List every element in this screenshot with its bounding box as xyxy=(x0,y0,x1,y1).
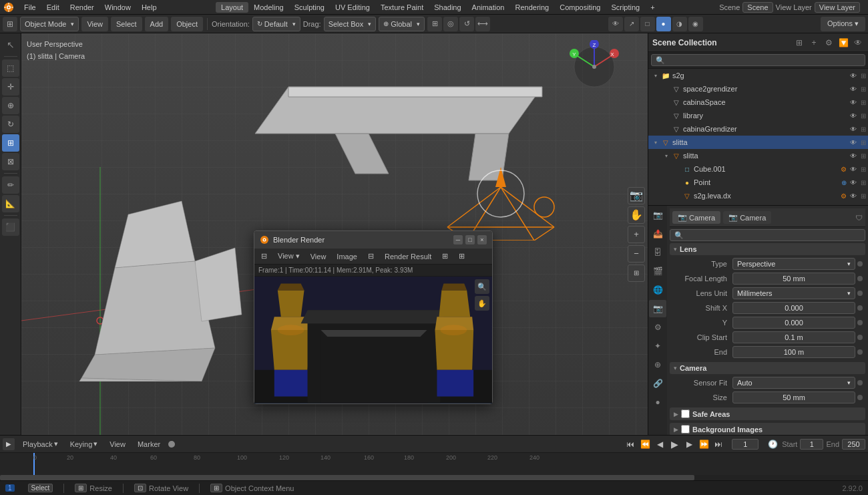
outliner-search-input[interactable] xyxy=(651,54,865,66)
tab-scripting[interactable]: Scripting xyxy=(606,2,645,13)
prop-tab-physics[interactable]: ⊕ xyxy=(649,356,666,373)
viewport-shade-solid[interactable]: ● xyxy=(656,17,671,31)
tab-uv-editing[interactable]: UV Editing xyxy=(330,2,375,13)
menu-file[interactable]: File xyxy=(19,2,41,13)
restrict-space2[interactable]: ⊞ xyxy=(859,84,868,94)
tab-animation[interactable]: Animation xyxy=(467,2,510,13)
tab-add[interactable]: + xyxy=(645,2,660,13)
render-popup-image-btn[interactable]: Image xyxy=(333,252,361,261)
render-popup-view-menu[interactable]: View ▾ xyxy=(274,251,304,261)
render-popup-close[interactable]: × xyxy=(477,235,487,244)
keying-menu[interactable]: Keying ▾ xyxy=(66,439,102,449)
clip-end-value[interactable]: 100 m xyxy=(732,346,855,358)
restrict-slitta[interactable]: ⊞ xyxy=(859,138,868,147)
marker-menu[interactable]: Marker xyxy=(134,440,164,449)
timeline-scrollbar[interactable] xyxy=(0,475,868,480)
eye-library[interactable]: 👁 xyxy=(848,110,859,121)
outliner-filter-icon[interactable]: ⊞ xyxy=(793,37,805,49)
select-menu[interactable]: Select xyxy=(111,17,142,31)
sensor-fit-dropdown[interactable]: Auto ▾ xyxy=(732,377,855,389)
restrict-cube001[interactable]: ⊞ xyxy=(859,164,868,174)
current-frame-field[interactable]: 1 xyxy=(732,439,758,450)
header-object-mode-icon[interactable]: ⊞ xyxy=(3,17,17,31)
next-keyframe-btn[interactable]: ⏩ xyxy=(697,438,710,451)
render-popup-pin-btn[interactable]: ⊞ xyxy=(438,251,452,261)
render-popup-minimize[interactable]: ─ xyxy=(453,235,463,244)
tool-move[interactable]: ⊕ xyxy=(2,97,19,114)
menu-window[interactable]: Window xyxy=(99,2,136,13)
prev-frame-btn[interactable]: ◀ xyxy=(653,438,666,451)
eye-cabina[interactable]: 👁 xyxy=(848,97,859,108)
cam-tab-camera2[interactable]: 📷 Camera xyxy=(723,211,771,224)
menu-render[interactable]: Render xyxy=(65,2,99,13)
render-popup-view-icon[interactable]: ⊟ xyxy=(257,251,271,261)
lens-section-header[interactable]: ▾ Lens xyxy=(670,243,865,255)
safe-areas-checkbox[interactable] xyxy=(681,409,690,418)
tab-texture-paint[interactable]: Texture Paint xyxy=(375,2,429,13)
tab-sculpting[interactable]: Sculpting xyxy=(289,2,330,13)
prop-tab-modifier[interactable]: ⚙ xyxy=(649,319,666,336)
mirror-icon[interactable]: ⟷ xyxy=(475,17,490,31)
restrict-point[interactable]: ⊞ xyxy=(859,178,868,187)
view-layer-selector[interactable]: View Layer xyxy=(815,2,860,13)
start-frame-field[interactable]: 1 xyxy=(800,439,823,450)
render-zoom-icon[interactable]: 🔍 xyxy=(475,279,489,294)
drag-dropdown[interactable]: Select Box ▾ xyxy=(324,17,377,31)
prop-tab-world[interactable]: 🌐 xyxy=(649,281,666,299)
proportional-edit-icon[interactable]: ◎ xyxy=(443,17,458,31)
render-popup-maximize[interactable]: □ xyxy=(465,235,475,244)
tool-annotate[interactable]: ✏ xyxy=(2,176,19,194)
tab-modeling[interactable]: Modeling xyxy=(248,2,289,13)
tool-select[interactable]: ⬚ xyxy=(2,59,19,77)
restrict-slitta-child[interactable]: ⊞ xyxy=(859,151,868,160)
shift-x-value[interactable]: 0.000 xyxy=(732,302,855,314)
outliner-view-icon[interactable]: 👁 xyxy=(852,37,864,49)
prop-tab-constraints[interactable]: 🔗 xyxy=(649,375,666,392)
options-button[interactable]: Options ▾ xyxy=(821,17,865,31)
blender-logo[interactable] xyxy=(3,1,15,13)
jump-end-btn[interactable]: ⏭ xyxy=(712,438,725,451)
next-frame-btn[interactable]: ▶ xyxy=(682,438,696,451)
tool-add-cube[interactable]: ⬛ xyxy=(2,218,19,236)
restrict-library[interactable]: ⊞ xyxy=(859,111,868,120)
zoom-camera-btn[interactable]: 📷 xyxy=(628,187,645,204)
playback-menu[interactable]: Playback ▾ xyxy=(19,439,62,449)
tree-item-point[interactable]: ● Point ⊕ 👁 ⊞ xyxy=(648,176,868,189)
tree-item-s2gleva-dx[interactable]: ▽ s2g.leva.dx ⚙ 👁 ⊞ xyxy=(648,189,868,202)
shift-y-value[interactable]: 0.000 xyxy=(732,317,855,329)
viewport-shade-wireframe[interactable]: □ xyxy=(640,17,655,31)
transform-dropdown[interactable]: ⊕ Global ▾ xyxy=(379,17,425,31)
tool-transform[interactable]: ⊠ xyxy=(2,153,19,170)
camera-section-header[interactable]: ▾ Camera xyxy=(670,362,865,374)
tree-item-space2[interactable]: ▽ space2grendizer 👁 ⊞ xyxy=(648,82,868,96)
play-btn[interactable]: ▶ xyxy=(668,438,681,451)
viewport-shade-material[interactable]: ◑ xyxy=(672,17,687,31)
tool-cursor[interactable]: ↖ xyxy=(2,36,19,53)
timeline-scrollbar-thumb[interactable] xyxy=(0,475,694,480)
restrict-cabinaG[interactable]: ⊞ xyxy=(859,124,868,134)
eye-s2g[interactable]: 👁 xyxy=(848,70,859,81)
tree-item-cabinaG[interactable]: ▽ cabinaGrendizer 👁 ⊞ xyxy=(648,122,868,136)
object-mode-dropdown[interactable]: Object Mode ▾ xyxy=(20,17,79,31)
zoom-out-btn[interactable]: − xyxy=(628,245,645,263)
tab-shading[interactable]: Shading xyxy=(429,2,466,13)
render-popup-result-label[interactable]: Render Result xyxy=(381,252,435,261)
jump-start-btn[interactable]: ⏮ xyxy=(624,438,637,451)
tree-item-library[interactable]: ▽ library 👁 ⊞ xyxy=(648,109,868,122)
render-popup-view-btn[interactable]: View xyxy=(306,252,331,261)
tree-item-s2g[interactable]: ▾ 📁 s2g 👁 ⊞ xyxy=(648,69,868,82)
tree-item-slitta-child[interactable]: ▾ ▽ slitta 👁 ⊞ xyxy=(648,149,868,162)
tool-measure[interactable]: 📐 xyxy=(2,195,19,212)
tool-scale[interactable]: ⊞ xyxy=(2,134,19,152)
zoom-in-btn[interactable]: + xyxy=(628,226,645,243)
render-hand-icon[interactable]: ✋ xyxy=(475,296,489,311)
properties-search-input[interactable] xyxy=(670,229,865,241)
prop-tab-particles[interactable]: ✦ xyxy=(649,337,666,355)
lens-type-dropdown[interactable]: Perspective ▾ xyxy=(732,258,855,270)
prop-tab-output[interactable]: 📤 xyxy=(649,225,666,242)
tree-item-cube001[interactable]: □ Cube.001 ⚙ 👁 ⊞ xyxy=(648,162,868,176)
tab-rendering[interactable]: Rendering xyxy=(509,2,554,13)
prop-tab-view-layer[interactable]: 🗄 xyxy=(649,244,666,261)
add-menu[interactable]: Add xyxy=(145,17,169,31)
tool-rotate[interactable]: ↻ xyxy=(2,116,19,133)
